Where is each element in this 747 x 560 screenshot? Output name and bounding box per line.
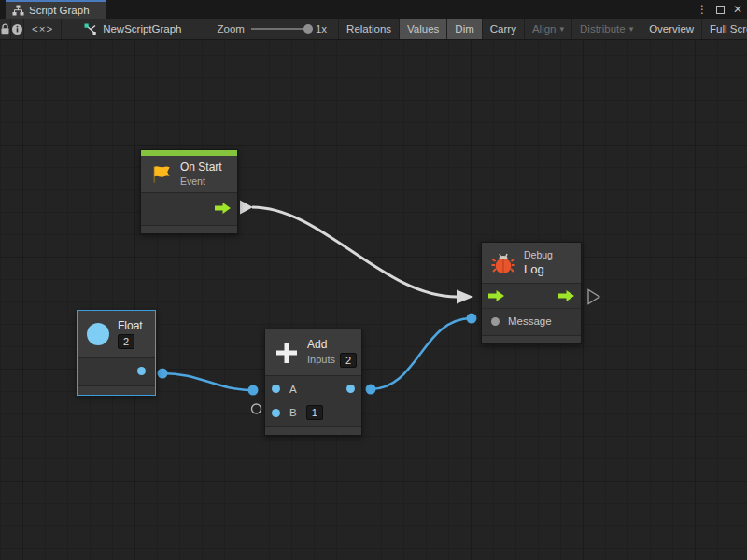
align-dropdown[interactable]: Align▾ xyxy=(525,19,572,39)
bug-icon xyxy=(491,252,515,274)
float-type-icon xyxy=(87,323,109,345)
lock-icon xyxy=(0,23,10,35)
node-float[interactable]: Float 2 xyxy=(77,310,156,396)
values-toggle[interactable]: Values xyxy=(400,19,447,39)
dim-toggle[interactable]: Dim xyxy=(447,19,482,39)
graph-reference[interactable]: NewScriptGraph xyxy=(75,19,190,39)
port-label: B xyxy=(289,407,297,418)
graph-name-label: NewScriptGraph xyxy=(103,23,181,35)
maximize-icon[interactable] xyxy=(716,6,725,14)
control-wire[interactable] xyxy=(252,207,457,297)
node-footer[interactable] xyxy=(141,225,237,233)
node-footer[interactable] xyxy=(265,426,361,435)
node-footer[interactable] xyxy=(482,335,581,343)
message-input-port[interactable] xyxy=(491,317,500,326)
flow-output-port[interactable] xyxy=(215,203,231,214)
wire-endpoint xyxy=(248,385,259,396)
plus-icon xyxy=(275,341,299,365)
float-value-field[interactable]: 2 xyxy=(118,334,134,349)
lock-button[interactable] xyxy=(0,19,11,39)
info-icon xyxy=(11,23,23,35)
sum-output-port[interactable] xyxy=(346,385,355,393)
script-graph-tab-icon xyxy=(12,5,24,16)
zoom-slider[interactable] xyxy=(251,28,309,30)
node-add[interactable]: Add Inputs 2 A B 1 xyxy=(264,329,362,436)
inputs-count-field[interactable]: 2 xyxy=(340,353,357,368)
tab-bar: Script Graph ⋮ ✕ xyxy=(0,0,747,19)
value-wire-add-to-debug[interactable] xyxy=(371,318,472,389)
node-footer[interactable] xyxy=(78,385,155,395)
add-b-hint-circle[interactable] xyxy=(252,404,261,413)
value-wire-float-to-add[interactable] xyxy=(162,373,253,390)
node-on-start[interactable]: On Start Event xyxy=(140,149,238,234)
port-label: A xyxy=(289,384,297,395)
input-port-a[interactable] xyxy=(272,385,280,393)
graph-toolbar: <×> NewScriptGraph Zoom 1x Relations Val… xyxy=(0,19,747,40)
control-wire-end-arrow xyxy=(457,290,473,304)
code-preview-button[interactable]: <×> xyxy=(24,19,62,39)
toolbar-toggles: Relations Values Dim Carry Align▾ Distri… xyxy=(338,19,747,39)
node-title: Add xyxy=(307,338,357,351)
debug-output-hint-triangle[interactable] xyxy=(588,290,599,304)
b-value-field[interactable]: 1 xyxy=(306,405,323,420)
script-graph-window: Script Graph ⋮ ✕ xyxy=(0,0,747,560)
wire-layer xyxy=(0,40,747,560)
distribute-dropdown[interactable]: Distribute▾ xyxy=(572,19,641,39)
tab-script-graph[interactable]: Script Graph xyxy=(6,0,106,19)
wire-endpoint xyxy=(366,385,376,395)
overview-button[interactable]: Overview xyxy=(641,19,702,39)
flag-icon xyxy=(150,163,172,186)
chevron-down-icon: ▾ xyxy=(629,24,634,34)
chevron-down-icon: ▾ xyxy=(560,24,565,34)
inputs-label: Inputs xyxy=(307,354,335,366)
control-wire-start-arrow xyxy=(240,201,253,215)
port-label: Message xyxy=(508,315,552,327)
graph-canvas[interactable]: On Start Event xyxy=(0,40,747,560)
zoom-value: 1x xyxy=(316,23,327,35)
graph-asset-icon xyxy=(84,23,97,35)
carry-toggle[interactable]: Carry xyxy=(483,19,525,39)
window-menu-icon[interactable]: ⋮ xyxy=(697,0,708,19)
window-controls: ⋮ ✕ xyxy=(697,0,742,19)
zoom-slider-knob[interactable] xyxy=(303,24,313,34)
fullscreen-button[interactable]: Full Screen xyxy=(702,19,747,39)
wire-endpoint xyxy=(158,369,168,379)
input-port-b[interactable] xyxy=(272,409,280,417)
node-debug-log[interactable]: Debug Log Message xyxy=(481,242,582,344)
tab-title: Script Graph xyxy=(29,5,90,16)
flow-input-port[interactable] xyxy=(488,290,504,301)
float-output-port[interactable] xyxy=(137,367,146,375)
wire-endpoint xyxy=(467,314,477,324)
flow-output-port[interactable] xyxy=(558,290,574,301)
zoom-control: Zoom 1x xyxy=(218,19,333,39)
relations-toggle[interactable]: Relations xyxy=(339,19,400,39)
code-icon: <×> xyxy=(32,23,53,35)
close-icon[interactable]: ✕ xyxy=(733,0,742,19)
node-subtitle: Event xyxy=(180,175,222,188)
node-title: Log xyxy=(524,263,553,276)
node-title: Float xyxy=(118,319,143,332)
node-title: On Start xyxy=(180,161,222,174)
inspector-button[interactable] xyxy=(11,19,24,39)
node-kicker: Debug xyxy=(524,249,553,261)
zoom-label: Zoom xyxy=(218,23,245,35)
